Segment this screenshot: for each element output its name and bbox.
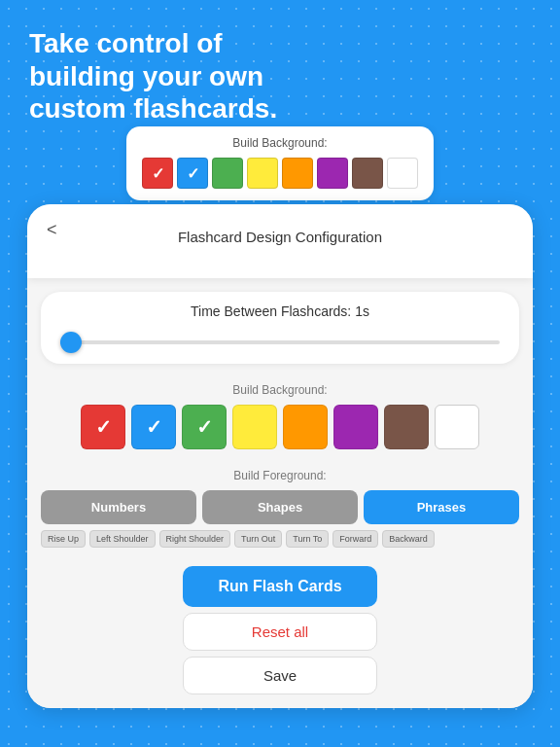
card-swatch-blue[interactable]: ✓ bbox=[131, 405, 176, 449]
top-swatch-blue[interactable]: ✓ bbox=[177, 158, 208, 189]
tag-backward[interactable]: Backward bbox=[382, 530, 435, 548]
card-swatches-row: ✓ ✓ ✓ bbox=[52, 405, 508, 449]
top-swatch-green[interactable] bbox=[212, 158, 243, 189]
top-swatch-orange[interactable] bbox=[282, 158, 313, 189]
back-button[interactable]: < bbox=[47, 220, 57, 240]
top-swatch-purple[interactable] bbox=[317, 158, 348, 189]
tag-left-shoulder[interactable]: Left Shoulder bbox=[89, 530, 156, 548]
tag-turn-to[interactable]: Turn To bbox=[286, 530, 329, 548]
top-swatch-white[interactable] bbox=[387, 158, 418, 189]
time-slider[interactable] bbox=[60, 340, 500, 344]
card-header: < Flashcard Design Configuration bbox=[27, 204, 533, 278]
top-swatch-yellow[interactable] bbox=[247, 158, 278, 189]
tag-turn-out[interactable]: Turn Out bbox=[234, 530, 282, 548]
phrases-button[interactable]: Phrases bbox=[364, 490, 519, 524]
run-flash-cards-button[interactable]: Run Flash Cards bbox=[183, 566, 377, 607]
tag-forward[interactable]: Forward bbox=[332, 530, 378, 548]
card-swatch-brown[interactable] bbox=[384, 405, 429, 449]
tag-rise-up[interactable]: Rise Up bbox=[41, 530, 86, 548]
card-swatch-red[interactable]: ✓ bbox=[81, 405, 125, 449]
tag-right-shoulder[interactable]: Right Shoulder bbox=[159, 530, 231, 548]
numbers-button[interactable]: Numbers bbox=[41, 490, 196, 524]
time-section: Time Between Flashcards: 1s bbox=[41, 292, 519, 364]
build-fg-label: Build Foreground: bbox=[41, 469, 519, 482]
foreground-section: Build Foreground: Numbers Shapes Phrases… bbox=[41, 469, 519, 548]
build-bg-label: Build Background: bbox=[52, 383, 508, 397]
card-swatch-green[interactable]: ✓ bbox=[182, 405, 227, 449]
card-swatch-orange[interactable] bbox=[283, 405, 328, 449]
reset-all-button[interactable]: Reset all bbox=[183, 613, 377, 651]
top-swatch-red[interactable]: ✓ bbox=[142, 158, 173, 189]
card-title: Flashcard Design Configuration bbox=[47, 229, 513, 245]
time-label: Time Between Flashcards: 1s bbox=[56, 303, 504, 319]
card-swatch-yellow[interactable] bbox=[232, 405, 277, 449]
save-button[interactable]: Save bbox=[183, 657, 377, 694]
top-color-picker: Build Background: ✓ ✓ bbox=[126, 126, 434, 200]
fg-buttons-row: Numbers Shapes Phrases bbox=[41, 490, 519, 524]
phrases-tags: Rise Up Left Shoulder Right Shoulder Tur… bbox=[41, 530, 519, 548]
top-swatch-brown[interactable] bbox=[352, 158, 383, 189]
bottom-actions: Run Flash Cards Reset all Save bbox=[27, 556, 533, 708]
shapes-button[interactable]: Shapes bbox=[202, 490, 358, 524]
slider-container bbox=[56, 331, 504, 348]
top-bg-label: Build Background: bbox=[232, 136, 327, 150]
header-title: Take control of building your own custom… bbox=[29, 27, 277, 125]
top-swatches-row: ✓ ✓ bbox=[142, 158, 418, 189]
card-swatch-purple[interactable] bbox=[333, 405, 378, 449]
card-swatch-white[interactable] bbox=[435, 405, 479, 449]
build-background-section: Build Background: ✓ ✓ ✓ bbox=[41, 374, 519, 461]
main-card: < Flashcard Design Configuration Time Be… bbox=[27, 204, 533, 708]
